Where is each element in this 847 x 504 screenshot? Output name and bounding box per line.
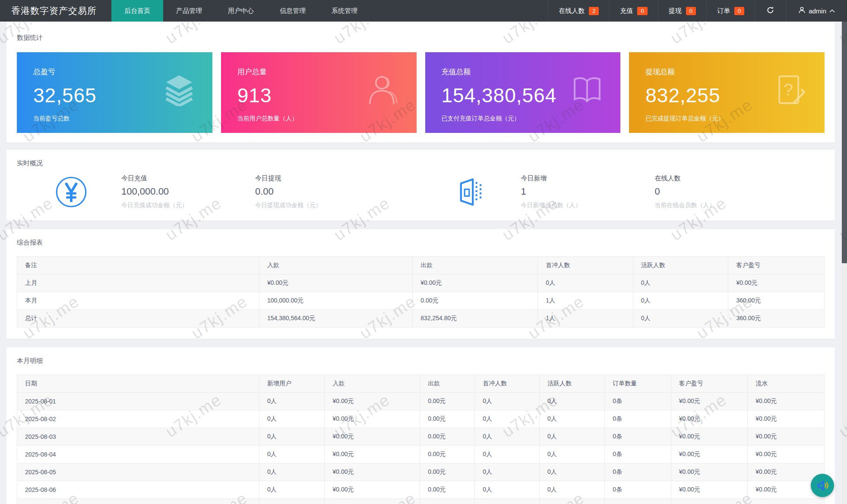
nav-status-online[interactable]: 在线人数 2 <box>548 0 609 22</box>
nav-status-recharge[interactable]: 充值 0 <box>609 0 657 22</box>
cell-customer-pnl: 360.00元 <box>728 292 825 310</box>
table-row[interactable]: 2025-08-05 0人 ¥0.00元 0.00元 0人 0人 0条 ¥0.0… <box>17 463 825 481</box>
stat-caption: 今日提现成功金额（元） <box>255 202 355 209</box>
user-icon <box>798 6 806 15</box>
column-header: 出款 <box>420 375 475 393</box>
summary-report-title: 综合报表 <box>17 239 825 247</box>
table-row[interactable]: 本月 100,000.00元 0.00元 1人 0人 360.00元 <box>17 292 825 310</box>
nav-status-withdraw[interactable]: 提现 0 <box>658 0 706 22</box>
table-row[interactable]: 总计 154,380,564.00元 832,254.80元 1人 0人 360… <box>17 310 825 328</box>
column-header: 订单数量 <box>605 375 671 393</box>
cell-active-users: 0人 <box>539 499 604 504</box>
cell-deposit: ¥0.00元 <box>325 393 420 410</box>
cell-first-recharge-users: 1人 <box>538 310 633 328</box>
cell-deposit: ¥0.00元 <box>259 274 413 292</box>
cell-customer-pnl: ¥0.00元 <box>671 428 748 446</box>
summary-report-panel: 综合报表 备注入款出款首冲人数活跃人数客户盈亏 上月 ¥0.00元 ¥0.00元 <box>6 229 835 339</box>
summary-table-body: 上月 ¥0.00元 ¥0.00元 0人 0人 ¥0.00元 本月 100,000… <box>17 274 825 328</box>
nav-item-home[interactable]: 后台首页 <box>111 0 163 22</box>
cell-new-users: 0人 <box>259 428 325 446</box>
column-header: 备注 <box>17 257 259 274</box>
column-header: 客户盈亏 <box>728 257 825 274</box>
monthly-detail-table: 日期新增用户入款出款首冲人数活跃人数订单数量客户盈亏流水 2025-08-01 … <box>17 375 825 504</box>
stats-panel-title: 数据统计 <box>17 34 825 42</box>
cell-date: 2025-08-04 <box>17 446 259 463</box>
cell-customer-pnl: ¥0.00元 <box>671 410 748 428</box>
table-row[interactable]: 2025-08-07 0人 ¥0.00元 0.00元 0人 0人 0条 ¥0.0… <box>17 499 825 504</box>
cell-new-users: 0人 <box>259 463 325 481</box>
summary-report-table: 备注入款出款首冲人数活跃人数客户盈亏 上月 ¥0.00元 ¥0.00元 0人 0… <box>17 256 825 328</box>
cell-deposit: ¥0.00元 <box>325 481 420 499</box>
stat-card-total-users: 用户总量 913 当前用户总数量（人） <box>221 52 417 133</box>
cell-customer-pnl: ¥0.00元 <box>671 481 748 499</box>
cell-payout: 0.00元 <box>420 446 475 463</box>
refresh-button[interactable] <box>755 0 786 22</box>
table-row[interactable]: 2025-08-02 0人 ¥0.00元 0.00元 0人 0人 0条 ¥0.0… <box>17 410 825 428</box>
cell-deposit: 154,380,564.00元 <box>259 310 413 328</box>
cell-order-count: 0条 <box>605 499 671 504</box>
cell-customer-pnl: ¥0.00元 <box>671 499 748 504</box>
vertical-scrollbar-track[interactable] <box>842 22 847 504</box>
cell-deposit: ¥0.00元 <box>325 428 420 446</box>
brand-title: 香港数字资产交易所 <box>0 0 111 22</box>
doc-question-icon: ? <box>775 74 807 106</box>
monthly-detail-panel: 本月明细 日期新增用户入款出款首冲人数活跃人数订单数量客户盈亏流水 2025-0… <box>6 347 835 504</box>
cell-order-count: 0条 <box>605 410 671 428</box>
cell-new-users: 0人 <box>259 410 325 428</box>
stat-value: 100,000.00 <box>121 186 221 197</box>
cell-order-count: 0条 <box>605 481 671 499</box>
realtime-panel-title: 实时概况 <box>17 159 825 167</box>
stat-label: 今日提现 <box>255 174 355 183</box>
cell-order-count: 0条 <box>605 393 671 410</box>
table-row[interactable]: 2025-08-06 0人 ¥0.00元 0.00元 0人 0人 0条 ¥0.0… <box>17 481 825 499</box>
cell-active-users: 0人 <box>539 463 604 481</box>
column-header: 活跃人数 <box>633 257 728 274</box>
svg-text:?: ? <box>784 79 793 98</box>
floating-sound-button[interactable] <box>811 474 834 497</box>
layers-icon <box>163 74 195 106</box>
nav-item-products[interactable]: 产品管理 <box>163 0 215 22</box>
cell-turnover: ¥0.00元 <box>748 393 825 410</box>
realtime-row: 今日充值 100,000.00 今日充值成功金额（元） 今日提现 0.00 今日… <box>17 174 825 209</box>
cell-active-users: 0人 <box>633 292 728 310</box>
table-row[interactable]: 2025-08-03 0人 ¥0.00元 0.00元 0人 0人 0条 ¥0.0… <box>17 428 825 446</box>
withdraw-count-badge: 0 <box>686 7 696 15</box>
speaker-icon <box>815 478 830 493</box>
cell-first-recharge-users: 1人 <box>538 292 633 310</box>
cell-turnover: ¥0.00元 <box>748 410 825 428</box>
cell-order-count: 0条 <box>605 463 671 481</box>
column-header: 首冲人数 <box>538 257 633 274</box>
vertical-scrollbar-thumb[interactable] <box>842 22 847 263</box>
cell-remark: 上月 <box>17 274 259 292</box>
table-row[interactable]: 上月 ¥0.00元 ¥0.00元 0人 0人 ¥0.00元 <box>17 274 825 292</box>
cell-payout: 0.00元 <box>413 292 538 310</box>
table-row[interactable]: 2025-08-01 0人 ¥0.00元 0.00元 0人 0人 0条 ¥0.0… <box>17 393 825 410</box>
monthly-header-row: 日期新增用户入款出款首冲人数活跃人数订单数量客户盈亏流水 <box>17 375 825 393</box>
cell-first-recharge-users: 0人 <box>475 410 540 428</box>
summary-header-row: 备注入款出款首冲人数活跃人数客户盈亏 <box>17 257 825 274</box>
column-header: 出款 <box>413 257 538 274</box>
nav-status-orders[interactable]: 订单 0 <box>706 0 755 22</box>
yen-circle-icon <box>55 176 88 208</box>
cell-customer-pnl: ¥0.00元 <box>728 274 825 292</box>
cell-deposit: ¥0.00元 <box>325 446 420 463</box>
nav-right: 在线人数 2 充值 0 提现 0 订单 0 <box>548 0 847 22</box>
nav-item-system[interactable]: 系统管理 <box>319 0 370 22</box>
main-menu: 后台首页 产品管理 用户中心 信息管理 系统管理 <box>111 0 370 22</box>
building-icon <box>455 176 487 208</box>
cell-date: 2025-08-05 <box>17 463 259 481</box>
table-row[interactable]: 2025-08-04 0人 ¥0.00元 0.00元 0人 0人 0条 ¥0.0… <box>17 446 825 463</box>
nav-item-users[interactable]: 用户中心 <box>215 0 267 22</box>
cell-payout: 0.00元 <box>420 428 475 446</box>
chevron-up-icon <box>829 9 835 13</box>
cell-payout: 0.00元 <box>420 481 475 499</box>
nav-item-info[interactable]: 信息管理 <box>267 0 319 22</box>
stat-today-new: 今日新增 1 今日新增会员数（人） <box>521 174 621 209</box>
cell-deposit: ¥0.00元 <box>325 499 420 504</box>
cell-new-users: 0人 <box>259 499 325 504</box>
cell-payout: 0.00元 <box>420 499 475 504</box>
cell-first-recharge-users: 0人 <box>538 274 633 292</box>
user-menu[interactable]: admin <box>786 0 847 22</box>
stat-label: 今日充值 <box>121 174 221 183</box>
cell-new-users: 0人 <box>259 393 325 410</box>
